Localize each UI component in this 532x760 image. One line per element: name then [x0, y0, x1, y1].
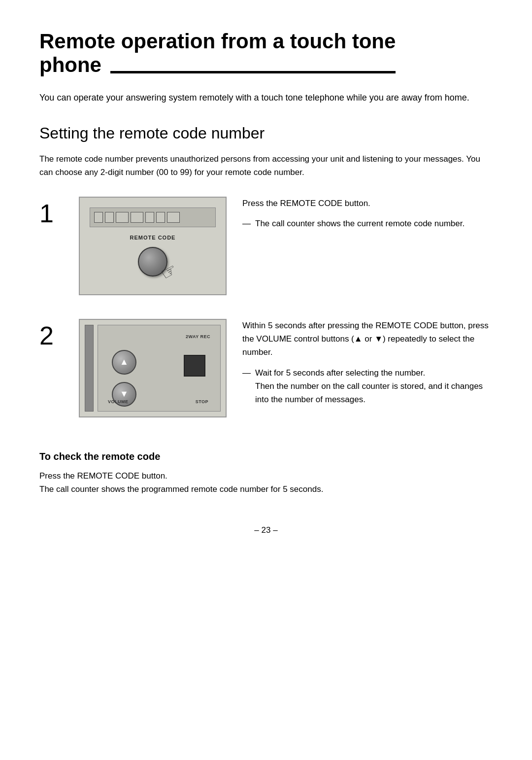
seg6 [156, 212, 165, 223]
step-2-instruction: Within 5 seconds after pressing the REMO… [242, 319, 493, 359]
step-1-content: Press the REMOTE CODE button. — The call… [242, 197, 493, 235]
volume-label: VOLUME [108, 399, 129, 404]
device2-inner: 2WAY REC ▲ ▼ VOLUME STOP [98, 325, 221, 412]
wayrec-label: 2WAY REC [186, 334, 210, 339]
dash-2: — [242, 366, 251, 407]
section-title: Setting the remote code number [39, 124, 493, 142]
check-text: Press the REMOTE CODE button. The call c… [39, 469, 493, 496]
title-underline [110, 71, 396, 73]
seg2 [105, 212, 114, 223]
page-title-line1: Remote operation from a touch tone [39, 30, 396, 53]
step-2-number: 2 [39, 323, 63, 348]
step-2-note-line1: Wait for 5 seconds after selecting the n… [255, 366, 493, 380]
step-1-number: 1 [39, 201, 63, 226]
step-2-note: — Wait for 5 seconds after selecting the… [242, 366, 493, 407]
section-desc: The remote code number prevents unauthor… [39, 152, 493, 179]
step-2-row: 2 2WAY REC ▲ ▼ VOLUME STOP Within 5 seco… [39, 319, 493, 417]
step-1-image: REMOTE CODE ☞ [79, 197, 227, 295]
page-title-block: Remote operation from a touch tone phone [39, 30, 493, 77]
seg4 [131, 212, 143, 223]
segment-display [94, 212, 180, 223]
step-1-instruction: Press the REMOTE CODE button. [242, 197, 493, 210]
device2-bar [85, 325, 94, 412]
check-text-line2: The call counter shows the programmed re… [39, 483, 493, 496]
device2-diagram: 2WAY REC ▲ ▼ VOLUME STOP [80, 320, 226, 416]
device1-display [90, 207, 216, 227]
check-title: To check the remote code [39, 451, 493, 462]
check-section: To check the remote code Press the REMOT… [39, 441, 493, 496]
step-2-note-line2: Then the number on the call counter is s… [255, 380, 493, 406]
seg5 [145, 212, 154, 223]
seg1 [94, 212, 103, 223]
page-number: – 23 – [39, 525, 493, 535]
dash-1: — [242, 217, 251, 230]
remote-code-label: REMOTE CODE [130, 235, 176, 241]
step-1-note: — The call counter shows the current rem… [242, 217, 493, 230]
page-title-line2: phone [39, 53, 101, 77]
check-text-line1: Press the REMOTE CODE button. [39, 469, 493, 483]
seg3 [116, 212, 129, 223]
seg7 [167, 212, 180, 223]
device1-diagram: REMOTE CODE ☞ [80, 198, 226, 294]
volume-up-button-image: ▲ [112, 350, 136, 375]
step-1-note-text: The call counter shows the current remot… [255, 217, 465, 230]
stop-label: STOP [196, 399, 208, 404]
step-1-row: 1 REMOTE CODE ☞ [39, 197, 493, 295]
stop-button-image [184, 355, 205, 377]
step-2-image: 2WAY REC ▲ ▼ VOLUME STOP [79, 319, 227, 417]
step-2-note-text: Wait for 5 seconds after selecting the n… [255, 366, 493, 407]
step-2-content: Within 5 seconds after pressing the REMO… [242, 319, 493, 411]
intro-text: You can operate your answering system re… [39, 91, 493, 104]
